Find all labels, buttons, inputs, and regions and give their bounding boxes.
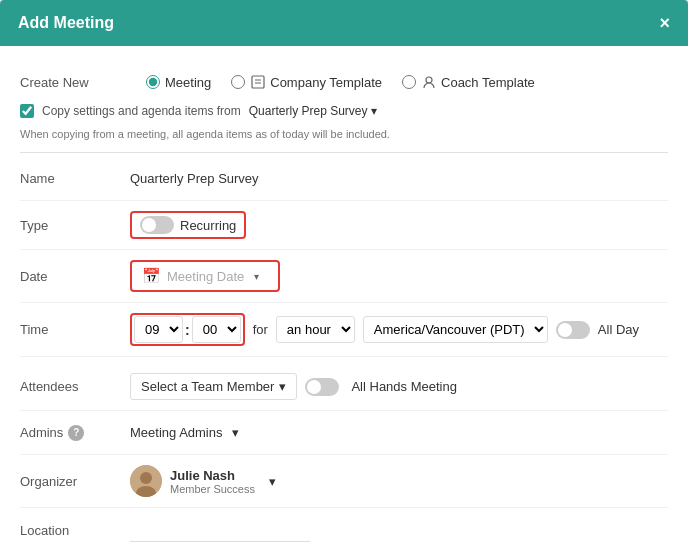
admins-row: Admins ? Meeting Admins ▾ [20,411,668,455]
date-content: 📅 Meeting Date ▾ [130,260,668,292]
time-content: 09 : 00 for an hour America/Vancouver (P… [130,313,668,346]
location-content [130,518,668,542]
copy-info-text: When copying from a meeting, all agenda … [20,126,668,148]
time-hm-group: 09 : 00 [130,313,245,346]
attendees-dropdown[interactable]: Select a Team Member ▾ [130,373,297,400]
organizer-name: Julie Nash [170,468,255,483]
radio-coach-template-label: Coach Template [421,74,535,90]
organizer-role: Member Success [170,483,255,495]
location-label: Location [20,523,130,538]
date-row: Date 📅 Meeting Date ▾ [20,250,668,303]
svg-rect-0 [252,76,264,88]
radio-company-template[interactable]: Company Template [231,74,382,90]
organizer-content: Julie Nash Member Success ▾ [130,465,668,497]
type-content: Recurring [130,211,668,239]
organizer-dropdown[interactable]: Julie Nash Member Success ▾ [130,465,276,497]
create-new-row: Create New Meeting Company Template [20,62,668,98]
svg-point-5 [140,472,152,484]
radio-company-template-label: Company Template [250,74,382,90]
location-input[interactable] [130,518,310,542]
recurring-toggle[interactable] [140,216,174,234]
duration-select[interactable]: an hour [276,316,355,343]
admins-content: Meeting Admins ▾ [130,421,668,444]
location-row: Location [20,508,668,552]
time-row: Time 09 : 00 for an hour America/Vancouv… [20,303,668,357]
attendees-chevron: ▾ [279,379,286,394]
time-label: Time [20,322,130,337]
admins-dropdown[interactable]: Meeting Admins ▾ [130,421,239,444]
attendees-row: Attendees Select a Team Member ▾ All Han… [20,363,668,411]
date-selector[interactable]: 📅 Meeting Date ▾ [130,260,280,292]
admins-chevron: ▾ [232,425,239,440]
time-minute-select[interactable]: 00 [192,316,241,343]
name-label: Name [20,171,130,186]
calendar-icon: 📅 [142,267,161,285]
modal-body: Create New Meeting Company Template [0,46,688,552]
section-divider [20,152,668,153]
avatar [130,465,162,497]
all-hands-toggle[interactable] [305,378,339,396]
avatar-image [130,465,162,497]
radio-meeting-label: Meeting [165,75,211,90]
organizer-details: Julie Nash Member Success [170,468,255,495]
copy-checkbox[interactable] [20,104,34,118]
copy-settings-row: Copy settings and agenda items from Quar… [20,98,668,126]
attendees-label: Attendees [20,379,130,394]
name-content: Quarterly Prep Survey [130,171,668,186]
time-hour-select[interactable]: 09 [134,316,183,343]
copy-text: Copy settings and agenda items from [42,104,241,118]
create-new-label: Create New [20,75,130,90]
radio-meeting[interactable]: Meeting [146,75,211,90]
date-label: Date [20,269,130,284]
all-hands-label: All Hands Meeting [351,379,457,394]
chevron-down-icon: ▾ [254,271,259,282]
company-template-icon [250,74,266,90]
time-colon: : [185,322,190,338]
admins-value: Meeting Admins [130,425,223,440]
admins-info-icon[interactable]: ? [68,425,84,441]
admins-label: Admins ? [20,425,130,441]
timezone-select[interactable]: America/Vancouver (PDT) [363,316,548,343]
allday-toggle[interactable] [556,321,590,339]
type-label: Type [20,218,130,233]
svg-point-3 [426,77,432,83]
create-new-radio-group: Meeting Company Template [146,74,535,90]
date-placeholder: Meeting Date [167,269,244,284]
allday-label: All Day [598,322,639,337]
modal-header: Add Meeting × [0,0,688,46]
organizer-row: Organizer Julie Nash Member Success [20,455,668,508]
radio-coach-template[interactable]: Coach Template [402,74,535,90]
organizer-chevron: ▾ [269,474,276,489]
recurring-toggle-group: Recurring [130,211,246,239]
attendees-content: Select a Team Member ▾ All Hands Meeting [130,373,668,400]
organizer-label: Organizer [20,474,130,489]
modal-title: Add Meeting [18,14,114,32]
name-value: Quarterly Prep Survey [130,171,259,186]
time-for-text: for [253,322,268,337]
type-row: Type Recurring [20,201,668,250]
attendees-placeholder: Select a Team Member [141,379,274,394]
coach-icon [421,74,437,90]
close-button[interactable]: × [659,14,670,32]
recurring-label: Recurring [180,218,236,233]
copy-source-dropdown[interactable]: Quarterly Prep Survey ▾ [249,104,377,118]
add-meeting-modal: Add Meeting × Create New Meeting [0,0,688,552]
name-row: Name Quarterly Prep Survey [20,157,668,201]
